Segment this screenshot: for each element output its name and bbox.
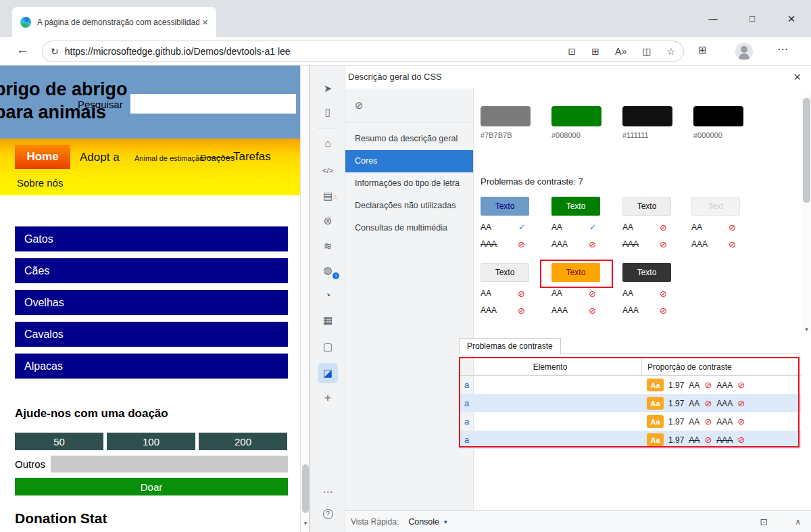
no-entry-icon: ⊘ (729, 222, 736, 233)
sources-icon[interactable]: </> (310, 162, 345, 178)
contrast-sample-text[interactable]: Texto (622, 263, 671, 282)
aaa-label: AAA (716, 399, 733, 408)
read-aloud-icon[interactable]: A» (615, 46, 626, 57)
hints-lightbulb-icon[interactable]: ◍ i (310, 262, 345, 279)
category-button-caes[interactable]: Cães (15, 258, 288, 283)
color-swatch-dark[interactable] (622, 106, 672, 126)
add-tools-icon[interactable]: + (310, 390, 345, 406)
favorites-icon[interactable]: ☆ (666, 46, 675, 57)
application-icon[interactable]: ▢ (310, 339, 345, 355)
color-swatch-green[interactable] (551, 106, 601, 126)
devtools-scrollbar[interactable]: ▾ (802, 95, 811, 333)
amount-200-button[interactable]: 200 (199, 433, 287, 450)
profile-avatar[interactable] (735, 43, 753, 60)
nav-jobs-link[interactable]: Tarefas (233, 150, 271, 164)
column-header-ratio: Proporção de contraste (641, 358, 801, 376)
immersive-reader-icon[interactable]: ◫ (642, 46, 651, 57)
category-button-ovelhas[interactable]: Ovelhas (15, 290, 288, 315)
browser-menu-icon[interactable]: ⋯ (777, 43, 788, 55)
debugger-icon[interactable]: ⊛ (310, 213, 345, 229)
reload-icon[interactable]: ↻ (51, 46, 59, 57)
aa-label: AA (622, 289, 633, 298)
nav-adopt-pet-link[interactable]: Animal de estimação (134, 154, 203, 162)
welcome-home-icon[interactable]: ⌂ (310, 135, 345, 151)
devtools-header: Descrição geral do CSS × (345, 66, 811, 89)
amount-50-button[interactable]: 50 (15, 433, 103, 450)
sidebar-item-media-queries[interactable]: Consultas de multimédia (345, 217, 473, 239)
device-toolbar-icon[interactable]: ▯ (310, 104, 345, 120)
help-icon[interactable]: ? (310, 505, 345, 521)
back-button[interactable]: ← (16, 43, 29, 57)
more-tools-icon[interactable]: ⋯ (310, 484, 345, 500)
aa-label: AA (551, 222, 562, 232)
no-entry-icon: ⊘ (737, 398, 745, 408)
tab-close-icon[interactable]: × (199, 16, 211, 28)
aaa-label: AAA (716, 435, 733, 445)
color-swatch-gray[interactable] (481, 106, 531, 126)
dropdown-caret-icon[interactable]: ▾ (444, 518, 447, 525)
sidebar-item-unused-declarations[interactable]: Declarações não utilizadas (345, 195, 473, 217)
nav-adopt-link[interactable]: Adopt a (80, 151, 120, 164)
category-button-alpacas[interactable]: Alpacas (15, 354, 288, 379)
scroll-down-icon[interactable]: ▾ (301, 520, 310, 527)
contrast-sample-text[interactable]: Texto (551, 197, 600, 216)
dock-icon[interactable]: ⊡ (760, 516, 768, 527)
minimize-button[interactable]: — (693, 0, 733, 37)
element-link[interactable]: a (459, 380, 641, 390)
color-swatch-black[interactable] (693, 106, 743, 126)
browser-tab[interactable]: A página de demonstração com acessibilid… (12, 7, 216, 37)
element-link[interactable]: a (459, 398, 641, 408)
address-bar-icons: ⊡ ⊞ A» ◫ ☆ (568, 46, 675, 57)
nav-home-link[interactable]: Home (15, 145, 70, 169)
memory-icon[interactable]: ▦ (310, 312, 345, 329)
contrast-sample-text[interactable]: Texto (551, 263, 600, 282)
donation-amounts: 50 100 200 (15, 433, 287, 450)
inspect-icon[interactable]: ➤ (310, 80, 345, 97)
other-amount-input[interactable] (51, 456, 288, 473)
amount-100-button[interactable]: 100 (107, 433, 195, 450)
element-link[interactable]: a (459, 435, 641, 445)
console-dropdown[interactable]: Console (408, 517, 439, 527)
collections-icon[interactable]: ⊞ (698, 44, 707, 56)
sidebar-item-summary[interactable]: Resumo da descrição geral (345, 128, 473, 150)
page-scrollbar-thumb[interactable] (302, 464, 309, 513)
scroll-down-icon[interactable]: ▾ (802, 326, 811, 333)
category-button-cavalos[interactable]: Cavalos (15, 322, 288, 347)
element-link[interactable]: a (459, 416, 641, 427)
device-icon[interactable]: ⊡ (568, 46, 576, 57)
table-row[interactable]: a Aa 1.97 AA ⊘ AAA ⊘ (459, 394, 801, 412)
no-entry-icon: ⊘ (737, 416, 745, 427)
page-scrollbar[interactable]: ▾ (300, 66, 310, 532)
sidebar-item-fonts[interactable]: Informações do tipo de letra (345, 172, 473, 195)
apps-grid-icon[interactable]: ⊞ (591, 46, 599, 57)
network-icon[interactable]: ≋ (310, 238, 345, 254)
contrast-sample-text[interactable]: Texto (481, 263, 529, 282)
nav-donate-link[interactable]: Doações (200, 153, 235, 163)
no-entry-icon: ⊘ (660, 239, 667, 249)
css-overview-icon[interactable]: ◪ (310, 363, 345, 383)
contrast-sample-text[interactable]: Texto (481, 197, 529, 216)
table-row[interactable]: a Aa 1.97 AA ⊘ AAA ⊘ (459, 412, 801, 431)
devtools-close-icon[interactable]: × (793, 66, 801, 89)
table-row[interactable]: a Aa 1.97 AA ⊘ AAA ⊘ (459, 376, 801, 394)
console-panel-icon[interactable]: ▤ ⚠ (310, 188, 345, 204)
performance-icon[interactable]: ◔ (310, 287, 345, 304)
tab-title: A página de demonstração com acessibilid… (37, 18, 199, 27)
table-row[interactable]: a Aa 1.97 AA ⊘ AAA ⊘ (459, 431, 801, 449)
nav-about-link[interactable]: Sobre nós (17, 177, 63, 189)
clear-overview-icon[interactable]: ⊘ (355, 99, 364, 112)
sidebar-item-colors[interactable]: Cores (345, 150, 473, 172)
category-button-gatos[interactable]: Gatos (15, 226, 288, 251)
contrast-sample-text[interactable]: Text (691, 197, 740, 216)
contrast-sample-text[interactable]: Texto (622, 197, 671, 216)
devtools-scrollbar-thumb[interactable] (803, 98, 810, 203)
chevron-up-icon[interactable]: ∧ (795, 517, 801, 527)
strip-divider (317, 128, 339, 128)
address-bar[interactable]: ↻ https://microsoftedge.github.io/Demos/… (42, 41, 684, 62)
info-badge-icon: i (333, 272, 339, 279)
search-input[interactable] (130, 94, 296, 114)
maximize-button[interactable]: □ (733, 0, 772, 37)
contrast-sample: Texto AA✓ AAA⊘ (481, 197, 529, 249)
close-window-button[interactable]: × (772, 0, 811, 37)
donate-button[interactable]: Doar (15, 478, 288, 495)
